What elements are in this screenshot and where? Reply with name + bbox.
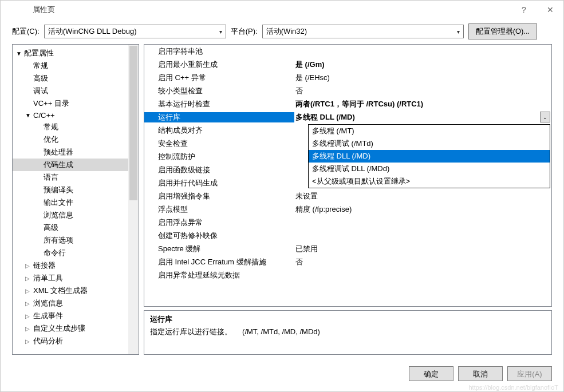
- platform-label: 平台(P):: [231, 26, 258, 37]
- tree-item[interactable]: 常规: [13, 121, 128, 133]
- tree-item[interactable]: ▷生成事件: [13, 310, 128, 322]
- tree-item[interactable]: VC++ 目录: [13, 97, 128, 110]
- property-label: 控制流防护: [144, 152, 294, 162]
- chevron-right-icon[interactable]: ▷: [25, 263, 33, 269]
- dropdown-option[interactable]: 多线程 (/MT): [309, 125, 550, 137]
- property-value: 未设置: [294, 191, 551, 201]
- chevron-right-icon[interactable]: ▷: [25, 338, 33, 345]
- tree-item-label: 高级: [33, 73, 48, 84]
- tree-item-label: 预编译头: [44, 185, 73, 195]
- property-row[interactable]: 基本运行时检查两者(/RTC1，等同于 /RTCsu) (/RTC1): [144, 97, 551, 110]
- dropdown-option[interactable]: 多线程调试 DLL (/MDd): [309, 163, 550, 175]
- tree-item[interactable]: 调试: [13, 85, 128, 97]
- property-label: 运行库: [144, 112, 294, 122]
- tree-item-label: 高级: [44, 223, 58, 233]
- tree-item[interactable]: 代码生成: [13, 159, 128, 171]
- property-value: 已禁用: [294, 244, 551, 254]
- property-row[interactable]: 启用异常处理延续元数据: [144, 268, 551, 282]
- property-value: 精度 (/fp:precise): [294, 204, 551, 215]
- close-button[interactable]: ✕: [537, 1, 563, 19]
- property-dialog: 属性页 ? ✕ 配置(C): 活动(WinCNG DLL Debug) 平台(P…: [0, 0, 564, 392]
- tree-item-label: 命令行: [44, 248, 66, 258]
- tree-item[interactable]: ▷浏览信息: [13, 297, 128, 310]
- cancel-button[interactable]: 取消: [458, 366, 503, 381]
- tree-item[interactable]: 命令行: [13, 247, 128, 259]
- platform-combo[interactable]: 活动(Win32): [262, 25, 464, 38]
- ok-button[interactable]: 确定: [409, 366, 453, 381]
- tree-item[interactable]: 常规: [13, 60, 128, 72]
- property-row[interactable]: Spectre 缓解已禁用: [144, 242, 551, 255]
- window-controls: ? ✕: [511, 1, 563, 19]
- property-row[interactable]: 启用 C++ 异常是 (/EHsc): [144, 71, 551, 84]
- property-row[interactable]: 启用 Intel JCC Erratum 缓解措施否: [144, 255, 551, 268]
- tree-item[interactable]: ▷自定义生成步骤: [13, 322, 128, 335]
- tree-item-label: 常规: [44, 122, 58, 132]
- property-label: 启用最小重新生成: [144, 60, 294, 70]
- tree-item[interactable]: 高级: [13, 72, 128, 85]
- tree-item[interactable]: 高级: [13, 221, 128, 234]
- description-text: 指定运行库以进行链接。 (/MT, /MTd, /MD, /MDd): [150, 327, 546, 337]
- tree-item-label: 清单工具: [33, 273, 63, 283]
- tree-item-label: 常规: [33, 61, 48, 71]
- chevron-right-icon[interactable]: ▷: [25, 326, 33, 332]
- apply-button[interactable]: 应用(A): [507, 366, 552, 381]
- tree-item[interactable]: 优化: [13, 133, 128, 146]
- tree-item-label: 生成事件: [33, 311, 63, 321]
- property-row[interactable]: 启用最小重新生成是 (/Gm): [144, 58, 551, 71]
- tree-item[interactable]: ▼配置属性: [13, 47, 128, 60]
- tree-item[interactable]: ▼C/C++: [13, 110, 128, 121]
- tree-item-label: 调试: [33, 86, 48, 96]
- config-manager-button[interactable]: 配置管理器(O)...: [468, 23, 538, 39]
- tree-item-label: 链接器: [33, 260, 56, 271]
- chevron-right-icon[interactable]: ▷: [25, 300, 33, 307]
- dropdown-option[interactable]: <从父级或项目默认设置继承>: [309, 175, 550, 188]
- tree-container: ▼配置属性常规高级调试VC++ 目录▼C/C++常规优化预处理器代码生成语言预编…: [13, 45, 128, 354]
- tree-scrollbar[interactable]: [128, 45, 139, 354]
- chevron-right-icon[interactable]: ▷: [25, 288, 33, 294]
- property-label: 启用 Intel JCC Erratum 缓解措施: [144, 257, 294, 267]
- tree-item[interactable]: 浏览信息: [13, 209, 128, 221]
- chevron-down-icon[interactable]: ⌄: [540, 112, 550, 122]
- chevron-down-icon[interactable]: ▼: [16, 50, 24, 57]
- chevron-right-icon[interactable]: ▷: [25, 313, 33, 319]
- dropdown-option[interactable]: 多线程调试 (/MTd): [309, 137, 550, 150]
- chevron-down-icon[interactable]: ▼: [25, 112, 33, 118]
- tree-item[interactable]: 语言: [13, 171, 128, 184]
- tree-item-label: 代码分析: [33, 336, 63, 346]
- tree-item[interactable]: 预处理器: [13, 146, 128, 159]
- property-label: 启用异常处理延续元数据: [144, 270, 294, 280]
- tree-item[interactable]: ▷XML 文档生成器: [13, 284, 128, 297]
- property-row[interactable]: 启用增强指令集未设置: [144, 189, 551, 203]
- property-label: Spectre 缓解: [144, 244, 294, 254]
- property-label: 创建可热修补映像: [144, 231, 294, 241]
- property-label: 浮点模型: [144, 204, 294, 215]
- property-row[interactable]: 浮点模型精度 (/fp:precise): [144, 203, 551, 216]
- property-row[interactable]: 启用字符串池: [144, 45, 551, 58]
- property-label: 基本运行时检查: [144, 99, 294, 109]
- property-row[interactable]: 较小类型检查否: [144, 84, 551, 97]
- property-row[interactable]: 运行库多线程 DLL (/MD)⌄: [144, 110, 551, 124]
- dialog-title: 属性页: [33, 5, 55, 15]
- property-row[interactable]: 启用浮点异常: [144, 216, 551, 229]
- chevron-right-icon[interactable]: ▷: [25, 275, 33, 282]
- tree-item[interactable]: ▷清单工具: [13, 272, 128, 284]
- property-value: 否: [294, 257, 551, 267]
- tree-item-label: 优化: [44, 134, 58, 145]
- property-label: 启用增强指令集: [144, 191, 294, 201]
- scrollbar-thumb[interactable]: [129, 46, 137, 200]
- help-button[interactable]: ?: [511, 1, 537, 19]
- tree-item-label: 自定义生成步骤: [33, 323, 85, 334]
- tree-panel: ▼配置属性常规高级调试VC++ 目录▼C/C++常规优化预处理器代码生成语言预编…: [12, 44, 139, 355]
- property-label: 启用 C++ 异常: [144, 73, 294, 83]
- tree-item[interactable]: ▷代码分析: [13, 335, 128, 347]
- tree-item[interactable]: 所有选项: [13, 234, 128, 247]
- dropdown-option[interactable]: 多线程 DLL (/MD): [309, 150, 550, 163]
- tree-item[interactable]: ▷链接器: [13, 259, 128, 272]
- tree-item[interactable]: 输出文件: [13, 196, 128, 209]
- tree-item-label: XML 文档生成器: [33, 286, 88, 296]
- config-combo[interactable]: 活动(WinCNG DLL Debug): [44, 25, 226, 38]
- tree-item[interactable]: 预编译头: [13, 184, 128, 196]
- property-value: 两者(/RTC1，等同于 /RTCsu) (/RTC1): [294, 99, 551, 109]
- property-row[interactable]: 创建可热修补映像: [144, 229, 551, 242]
- property-label: 安全检查: [144, 138, 294, 149]
